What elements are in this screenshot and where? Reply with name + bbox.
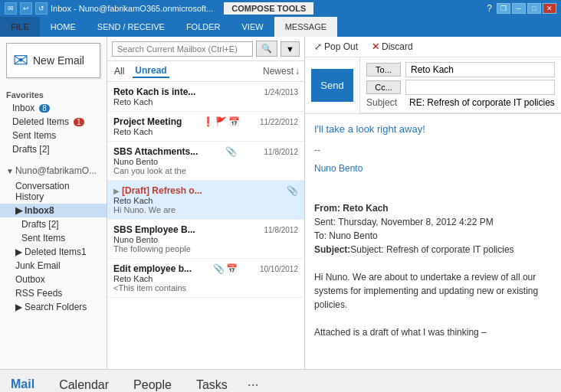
sidebar-item-conversation-history[interactable]: Conversation History — [0, 179, 107, 204]
title-bar-left: ✉ ↩ ↺ Inbox - Nuno@fabrikamO365.onmicros… — [5, 2, 313, 15]
email-sender: Reto Kach is inte... — [113, 87, 195, 97]
compose-fields: To... Cc... Subject RE: Refresh of corpo… — [360, 57, 561, 113]
favorites-label: Favorites — [0, 87, 107, 101]
discard-button[interactable]: ✕ Discard — [369, 40, 416, 54]
cc-field[interactable] — [405, 80, 555, 95]
filter-unread-btn[interactable]: Unread — [133, 64, 169, 78]
restore-btn[interactable]: ❐ — [497, 3, 510, 14]
to-field[interactable] — [405, 62, 555, 77]
sig-name: Nuno Bento — [314, 162, 552, 175]
sent-fav-label: Sent Items — [12, 130, 56, 141]
calendar-icon: 📅 — [228, 116, 240, 127]
help-btn[interactable]: ? — [487, 3, 492, 14]
new-email-button[interactable]: ✉ New Email — [6, 43, 100, 78]
tab-message[interactable]: MESSAGE — [274, 17, 337, 37]
compose-tools-tab: COMPOSE TOOLS — [224, 2, 313, 15]
to-button[interactable]: To... — [366, 63, 401, 77]
tab-home[interactable]: HOME — [40, 17, 87, 37]
outlook-icon: ✉ — [5, 2, 17, 15]
sidebar-item-deleted[interactable]: ▶ Deleted Items 1 — [0, 245, 107, 259]
arrow-sf-icon: ▶ — [15, 302, 22, 312]
sidebar: ✉ New Email Favorites Inbox 8 Deleted It… — [0, 37, 107, 369]
email-from: Nuno Bento — [113, 235, 298, 244]
email-sender: Project Meeting — [113, 116, 182, 127]
maximize-btn[interactable]: □ — [527, 3, 541, 14]
search-dropdown-button[interactable]: ▼ — [280, 41, 300, 57]
compose-body[interactable]: I'll take a look right away! -- Nuno Ben… — [305, 114, 561, 369]
sort-arrow-icon: ↓ — [295, 66, 300, 77]
account-name: Nuno@fabrikamO... — [15, 165, 97, 176]
inbox-fav-badge: 8 — [39, 104, 50, 113]
cc-button[interactable]: Cc... — [366, 80, 401, 94]
search-input[interactable] — [112, 41, 253, 57]
sidebar-item-outbox[interactable]: Outbox — [0, 273, 107, 286]
email-from: Nuno Bento — [113, 157, 298, 166]
filter-all-btn[interactable]: All — [112, 65, 126, 77]
email-item[interactable]: Reto Kach is inte... 1/24/2013 Reto Kach — [107, 82, 304, 112]
search-bar: 🔍 ▼ — [107, 37, 304, 61]
flag-icon: 🚩 — [215, 116, 227, 127]
back-icon[interactable]: ↩ — [20, 2, 32, 15]
email-item[interactable]: SBS Attachments... 📎 11/8/2012 Nuno Bent… — [107, 142, 304, 181]
search-button[interactable]: 🔍 — [256, 41, 277, 57]
email-item[interactable]: SBS Employee B... 11/8/2012 Nuno Bento T… — [107, 220, 304, 259]
account-label[interactable]: ▼ Nuno@fabrikamO... — [0, 162, 107, 179]
email-list: Reto Kach is inte... 1/24/2013 Reto Kach… — [107, 82, 304, 369]
nav-mail[interactable]: Mail — [6, 374, 39, 393]
sidebar-item-inbox-fav[interactable]: Inbox 8 — [0, 101, 107, 115]
minimize-btn[interactable]: ─ — [512, 3, 526, 14]
subject-label: Subject — [366, 97, 405, 108]
email-date: 10/10/2012 — [260, 265, 298, 273]
attachment-icon: 📎 — [225, 146, 237, 157]
subject-row: Subject RE: Refresh of corporate IT poli… — [366, 97, 555, 108]
tab-folder[interactable]: FOLDER — [176, 17, 231, 37]
main-layout: ✉ New Email Favorites Inbox 8 Deleted It… — [0, 37, 561, 369]
tab-send-receive[interactable]: SEND / RECEIVE — [87, 17, 176, 37]
email-sender: SBS Employee B... — [113, 224, 195, 235]
sidebar-item-deleted-fav[interactable]: Deleted Items 1 — [0, 115, 107, 129]
email-preview: Can you look at the — [113, 166, 298, 175]
exclamation-icon: ❗ — [202, 116, 214, 127]
email-from: Reto Kach — [113, 127, 298, 136]
sidebar-item-drafts[interactable]: Drafts [2] — [0, 217, 107, 231]
email-date: 11/22/2012 — [260, 118, 298, 126]
draft-arrow-icon: ▶ — [113, 187, 120, 195]
email-item[interactable]: Project Meeting ❗ 🚩 📅 11/22/2012 Reto Ka… — [107, 112, 304, 142]
sidebar-item-sent[interactable]: Sent Items — [0, 231, 107, 245]
subject-value: RE: Refresh of corporate IT policies — [409, 97, 555, 108]
pop-out-button[interactable]: ⤢ Pop Out — [311, 40, 361, 54]
nav-people[interactable]: People — [129, 375, 176, 393]
nav-calendar[interactable]: Calendar — [54, 375, 113, 393]
sidebar-item-search-folders[interactable]: ▶ Search Folders — [0, 300, 107, 314]
original-from: From: Reto Kach — [314, 201, 552, 215]
close-btn[interactable]: ✕ — [543, 3, 556, 14]
nav-more[interactable]: ··· — [248, 377, 259, 392]
tab-file[interactable]: FILE — [0, 17, 40, 37]
email-preview: <This item contains — [113, 283, 298, 292]
cc-row: Cc... — [366, 80, 555, 95]
sidebar-item-inbox[interactable]: ▶ Inbox 8 — [0, 204, 107, 217]
email-list-panel: 🔍 ▼ All Unread Newest ↓ Reto Kach is int… — [107, 37, 305, 369]
sidebar-item-sent-fav[interactable]: Sent Items — [0, 129, 107, 142]
tab-view[interactable]: VIEW — [231, 17, 274, 37]
email-icons: 📎 📅 — [213, 263, 238, 274]
pop-out-icon: ⤢ — [314, 41, 322, 52]
email-item[interactable]: Edit employee b... 📎 📅 10/10/2012 Reto K… — [107, 259, 304, 298]
nav-tasks[interactable]: Tasks — [192, 375, 232, 393]
deleted-fav-badge: 1 — [74, 118, 84, 126]
sidebar-item-junk[interactable]: Junk Email — [0, 259, 107, 273]
original-body1: Hi Nuno. We are about to undertake a rev… — [314, 270, 552, 312]
discard-label: Discard — [382, 41, 413, 52]
original-sent: Sent: Thursday, November 8, 2012 4:22 PM — [314, 215, 552, 229]
sidebar-item-drafts-fav[interactable]: Drafts [2] — [0, 142, 107, 156]
compose-toolbar: ⤢ Pop Out ✕ Discard — [305, 37, 561, 57]
undo-icon[interactable]: ↺ — [35, 2, 48, 15]
sort-label: Newest — [263, 66, 294, 77]
send-button[interactable]: Send — [311, 69, 353, 102]
title-bar: ✉ ↩ ↺ Inbox - Nuno@fabrikamO365.onmicros… — [0, 0, 561, 17]
email-item-draft[interactable]: ▶ [Draft] Refresh o... 📎 Reto Kach Hi Nu… — [107, 181, 304, 220]
sidebar-item-rss[interactable]: RSS Feeds — [0, 286, 107, 300]
sort-dropdown[interactable]: Newest ↓ — [263, 66, 300, 77]
email-icons: ❗ 🚩 📅 — [202, 116, 240, 127]
discard-x-icon: ✕ — [372, 41, 379, 52]
